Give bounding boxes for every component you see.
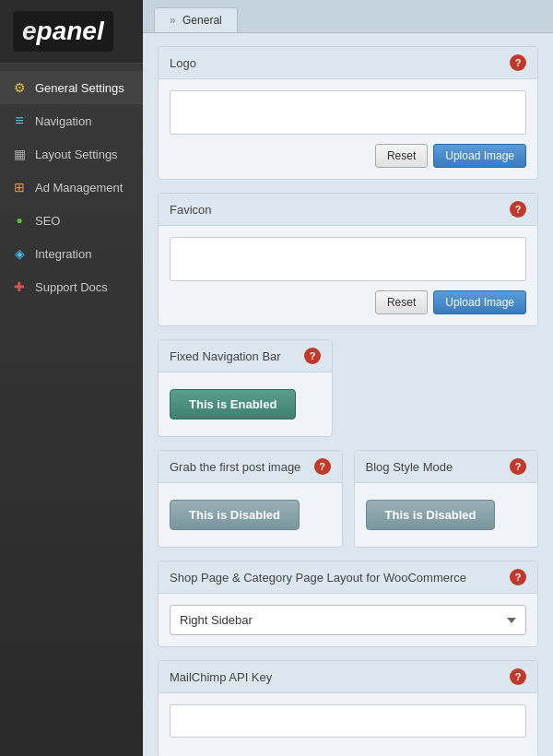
sidebar-item-integration[interactable]: ◈ Integration xyxy=(0,237,143,270)
sidebar-item-label: General Settings xyxy=(35,81,124,95)
mailchimp-input-box[interactable] xyxy=(170,704,526,738)
logo-button-row: Reset Upload Image xyxy=(170,144,526,168)
sidebar-item-label: Support Docs xyxy=(35,280,108,294)
logo-upload-button[interactable]: Upload Image xyxy=(433,144,526,168)
mailchimp-section: MailChimp API Key ? xyxy=(158,660,538,756)
sidebar-item-navigation[interactable]: ≡ Navigation xyxy=(0,104,143,137)
fixed-nav-header: Fixed Navigation Bar ? xyxy=(159,340,332,372)
sidebar-item-layout-settings[interactable]: ▦ Layout Settings xyxy=(0,137,143,171)
favicon-section: Favicon ? Reset Upload Image xyxy=(158,193,538,326)
grab-post-image-header: Grab the first post image ? xyxy=(159,451,342,483)
logo-section-title: Logo xyxy=(170,56,196,70)
sidebar-logo: epanel xyxy=(0,0,143,64)
support-icon: ✚ xyxy=(11,278,28,295)
tab-general[interactable]: » General xyxy=(154,7,238,32)
mailchimp-header: MailChimp API Key ? xyxy=(159,661,537,693)
favicon-help-icon[interactable]: ? xyxy=(510,201,526,218)
blog-style-title: Blog Style Mode xyxy=(366,460,453,474)
fixed-nav-toggle[interactable]: This is Enabled xyxy=(170,389,296,419)
grab-post-image-section: Grab the first post image ? This is Disa… xyxy=(158,450,343,548)
ad-icon: ⊞ xyxy=(11,179,28,195)
shop-layout-body: Right Sidebar Left Sidebar No Sidebar Fu… xyxy=(159,594,537,646)
sidebar-item-label: Navigation xyxy=(35,114,91,128)
shop-layout-help-icon[interactable]: ? xyxy=(510,569,526,585)
logo-section: Logo ? Reset Upload Image xyxy=(158,46,538,180)
logo-help-icon[interactable]: ? xyxy=(510,54,526,71)
content-area: Logo ? Reset Upload Image Favicon ? Rese… xyxy=(143,33,553,756)
logo-text: epanel xyxy=(22,17,104,45)
sidebar-item-label: Layout Settings xyxy=(35,148,118,161)
favicon-section-title: Favicon xyxy=(170,203,212,217)
sidebar-item-seo[interactable]: ● SEO xyxy=(0,204,143,237)
tab-bar: » General xyxy=(143,0,553,33)
favicon-reset-button[interactable]: Reset xyxy=(375,290,428,314)
sidebar-nav: ⚙ General Settings ≡ Navigation ▦ Layout… xyxy=(0,71,143,303)
tab-arrow: » xyxy=(170,14,176,27)
mailchimp-help-icon[interactable]: ? xyxy=(510,668,526,685)
blog-style-toggle[interactable]: This is Disabled xyxy=(366,500,496,530)
integration-icon: ◈ xyxy=(11,245,28,262)
favicon-button-row: Reset Upload Image xyxy=(170,290,526,314)
grab-post-image-toggle[interactable]: This is Disabled xyxy=(170,500,300,530)
grab-post-image-body: This is Disabled xyxy=(159,483,342,547)
tab-label: General xyxy=(182,14,222,27)
logo-reset-button[interactable]: Reset xyxy=(375,144,428,168)
favicon-upload-button[interactable]: Upload Image xyxy=(433,290,526,314)
fixed-nav-title: Fixed Navigation Bar xyxy=(170,349,281,363)
fixed-nav-body: This is Enabled xyxy=(159,372,332,436)
two-col-section: Grab the first post image ? This is Disa… xyxy=(158,450,538,548)
sidebar-item-general-settings[interactable]: ⚙ General Settings xyxy=(0,71,143,104)
mailchimp-body xyxy=(159,693,537,756)
sidebar-item-label: SEO xyxy=(35,214,60,228)
seo-icon: ● xyxy=(11,212,28,229)
shop-layout-header: Shop Page & Category Page Layout for Woo… xyxy=(159,561,537,594)
blog-style-section: Blog Style Mode ? This is Disabled xyxy=(354,450,539,548)
favicon-section-body: Reset Upload Image xyxy=(159,226,537,325)
blog-style-body: This is Disabled xyxy=(355,483,538,547)
logo-section-header: Logo ? xyxy=(159,47,537,79)
favicon-image-box xyxy=(170,237,526,281)
main-content: » General Logo ? Reset Upload Image Favi… xyxy=(143,0,553,756)
grab-post-image-help-icon[interactable]: ? xyxy=(314,458,331,475)
favicon-section-header: Favicon ? xyxy=(159,194,537,226)
sidebar-item-label: Integration xyxy=(35,247,91,261)
gear-icon: ⚙ xyxy=(11,79,28,96)
logo-box: epanel xyxy=(13,11,113,52)
sidebar: epanel ⚙ General Settings ≡ Navigation ▦… xyxy=(0,0,143,756)
mailchimp-title: MailChimp API Key xyxy=(170,670,272,684)
grab-post-image-title: Grab the first post image xyxy=(170,460,300,474)
nav-icon: ≡ xyxy=(11,112,28,129)
logo-image-box xyxy=(170,90,526,135)
shop-layout-title: Shop Page & Category Page Layout for Woo… xyxy=(170,571,466,585)
sidebar-item-ad-management[interactable]: ⊞ Ad Management xyxy=(0,171,143,204)
sidebar-item-support-docs[interactable]: ✚ Support Docs xyxy=(0,270,143,303)
blog-style-help-icon[interactable]: ? xyxy=(510,458,526,475)
sidebar-item-label: Ad Management xyxy=(35,181,123,195)
shop-layout-section: Shop Page & Category Page Layout for Woo… xyxy=(158,561,538,647)
fixed-nav-help-icon[interactable]: ? xyxy=(304,348,321,364)
shop-layout-dropdown[interactable]: Right Sidebar Left Sidebar No Sidebar Fu… xyxy=(170,605,526,635)
logo-section-body: Reset Upload Image xyxy=(159,79,537,179)
blog-style-header: Blog Style Mode ? xyxy=(355,451,538,483)
layout-icon: ▦ xyxy=(11,146,28,162)
fixed-nav-section: Fixed Navigation Bar ? This is Enabled xyxy=(158,339,333,437)
